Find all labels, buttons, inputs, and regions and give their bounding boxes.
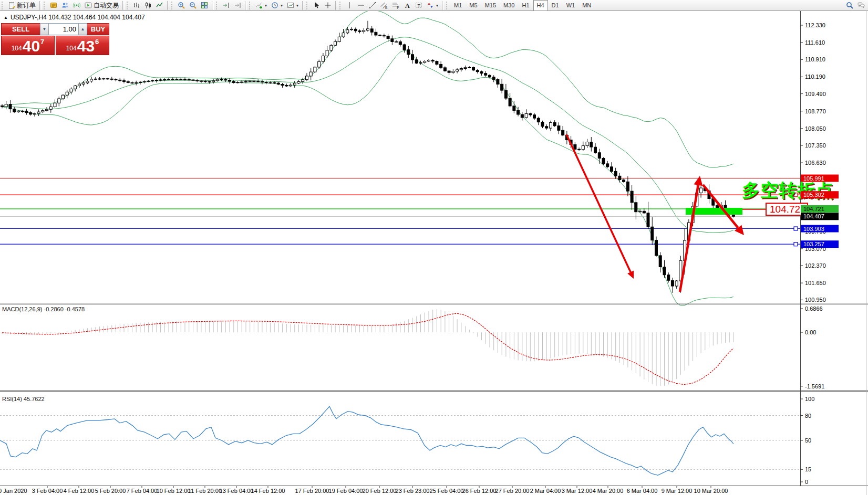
candle-body <box>257 81 260 82</box>
bar-chart-button[interactable] <box>131 0 142 11</box>
candle-body <box>541 122 544 127</box>
buy-button[interactable]: BUY <box>87 23 109 35</box>
volume-decrease-button[interactable]: ▼ <box>40 23 49 35</box>
candle-body <box>387 36 389 39</box>
candle-body <box>375 32 377 35</box>
vertical-line-button[interactable] <box>344 0 355 11</box>
label-button[interactable]: T <box>413 0 425 11</box>
price-callout[interactable]: 104.721 <box>742 203 808 215</box>
arrows-button[interactable]: ▾ <box>425 0 440 11</box>
community-button[interactable] <box>59 0 71 11</box>
candle-body <box>415 60 418 64</box>
account-button[interactable] <box>48 0 59 11</box>
time-axis: 30 Jan 20203 Feb 04:004 Feb 12:005 Feb 2… <box>0 486 728 494</box>
candle-body <box>338 37 340 41</box>
dropdown-caret-icon: ▾ <box>281 3 283 8</box>
chat-button[interactable] <box>855 0 867 11</box>
macd-axis-label: -1.5691 <box>805 383 824 389</box>
candle-body <box>675 281 678 286</box>
auto-scroll-button[interactable] <box>232 0 243 11</box>
templates-button[interactable]: ▾ <box>285 0 301 11</box>
candle-body <box>90 79 93 81</box>
horizontal-line-button[interactable] <box>355 0 367 11</box>
channel-button[interactable]: E <box>378 0 390 11</box>
candle-body <box>302 80 304 82</box>
signals-button[interactable] <box>71 0 82 11</box>
candle-body <box>46 109 48 110</box>
timeframe-m1-button[interactable]: M1 <box>450 0 466 11</box>
candle-body <box>525 113 528 118</box>
time-label: 5 Feb 20:00 <box>95 488 126 494</box>
level-103.257-badge-label: 103.257 <box>803 241 824 247</box>
search-icon <box>846 2 853 9</box>
ask-price-panel[interactable]: 104 43 6 <box>56 36 109 55</box>
toolbar-grip <box>171 2 174 9</box>
line-selection-handle[interactable] <box>794 243 798 246</box>
cursor-icon <box>313 2 320 9</box>
timeframe-m15-button[interactable]: M15 <box>481 0 500 11</box>
timeframe-mn-button[interactable]: MN <box>578 0 595 11</box>
periods-button[interactable]: ▾ <box>269 0 285 11</box>
fibonacci-button[interactable]: F <box>390 0 401 11</box>
new-order-button[interactable]: 新订单 <box>6 0 38 11</box>
candle-body <box>346 30 349 33</box>
timeframe-m30-button[interactable]: M30 <box>500 0 518 11</box>
candle-body <box>306 76 308 80</box>
toolbar-separator <box>335 1 337 10</box>
candle-body <box>440 65 442 68</box>
toolbar-grip <box>2 2 4 9</box>
search-button[interactable] <box>844 0 855 11</box>
zoom-in-button[interactable] <box>175 0 187 11</box>
candle-body <box>33 113 36 114</box>
time-label: 11 Feb 20:00 <box>188 488 222 494</box>
candle-body <box>472 67 475 70</box>
candle-body <box>643 211 645 213</box>
price-label: 100.950 <box>805 297 826 303</box>
bid-price-panel[interactable]: 104 40 7 <box>1 36 55 55</box>
cursor-button[interactable] <box>311 0 322 11</box>
mt4-terminal: 新订单自动交易▾▾▾EFAT▾M1M5M15M30H1H4D1W1MN 30 J… <box>0 0 868 495</box>
volume-increase-button[interactable]: ▲ <box>78 23 87 35</box>
candle-body <box>651 227 654 240</box>
zoom-out-button[interactable] <box>187 0 199 11</box>
symbol-header[interactable]: ▲ USDJPY-,H4 104.432 104.464 104.404 104… <box>4 14 145 21</box>
candlestick-chart-button[interactable] <box>142 0 154 11</box>
candle-body <box>212 81 215 82</box>
trend-arrow-line-2[interactable] <box>680 185 698 292</box>
candle-body <box>13 109 16 112</box>
trend-arrow-line-3[interactable] <box>703 185 738 228</box>
chart-shift-button[interactable] <box>220 0 232 11</box>
candle-body <box>281 85 284 86</box>
bollinger-bands <box>2 10 733 306</box>
rsi-axis-label: 100 <box>805 396 814 402</box>
line-selection-handle[interactable] <box>794 227 798 230</box>
timeframe-h1-button[interactable]: H1 <box>518 0 533 11</box>
candle-body <box>58 99 60 103</box>
pane-separators <box>0 11 868 495</box>
candle-body <box>70 89 73 92</box>
candle-body <box>49 107 52 109</box>
text-button[interactable]: A <box>401 0 413 11</box>
crosshair-button[interactable] <box>322 0 334 11</box>
candle-body <box>74 86 77 89</box>
indicators-button[interactable]: ▾ <box>253 0 269 11</box>
candle-body <box>290 85 292 86</box>
time-label: 10 Mar 20:00 <box>694 488 728 494</box>
candle-body <box>618 176 621 180</box>
trendline-button[interactable] <box>367 0 378 11</box>
trend-arrow-head-2[interactable] <box>694 176 703 186</box>
toolbar-right-group <box>844 0 867 11</box>
sell-button[interactable]: SELL <box>1 23 40 35</box>
volume-input[interactable] <box>49 23 78 35</box>
price-label: 107.350 <box>805 142 826 149</box>
line-chart-button[interactable] <box>154 0 166 11</box>
tile-windows-button[interactable] <box>199 0 210 11</box>
collapse-icon[interactable]: ▲ <box>4 15 8 20</box>
price-label: 101.650 <box>805 280 826 286</box>
timeframe-h4-button[interactable]: H4 <box>533 0 548 11</box>
dropdown-caret-icon: ▾ <box>296 3 298 8</box>
autotrading-button[interactable]: 自动交易 <box>82 0 121 11</box>
timeframe-d1-button[interactable]: D1 <box>548 0 563 11</box>
timeframe-m5-button[interactable]: M5 <box>466 0 481 11</box>
timeframe-w1-button[interactable]: W1 <box>563 0 579 11</box>
